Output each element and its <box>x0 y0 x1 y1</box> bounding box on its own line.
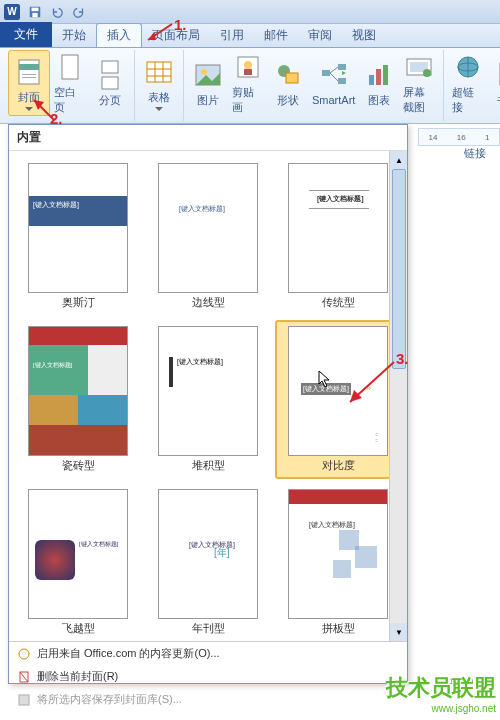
ribbon-group-links: 超链接 书签 <box>444 50 500 121</box>
svg-rect-9 <box>102 77 118 89</box>
svg-rect-22 <box>322 70 330 76</box>
svg-rect-1 <box>32 7 39 11</box>
gallery-section-header: 内置 <box>9 125 407 151</box>
screenshot-label: 屏幕截图 <box>403 85 435 115</box>
gallery-item-tile[interactable]: [键入文档标题] 瓷砖型 <box>15 320 141 479</box>
gallery-item-austin[interactable]: [键入文档标题] 奥斯汀 <box>15 157 141 316</box>
watermark: 技术员联盟 www.jsgho.net <box>386 673 496 714</box>
svg-rect-25 <box>369 75 374 85</box>
bookmark-icon <box>492 59 500 91</box>
gallery-item-label: 对比度 <box>322 458 355 473</box>
svg-rect-5 <box>22 74 36 75</box>
save-icon[interactable] <box>26 3 44 21</box>
svg-rect-8 <box>102 61 118 73</box>
clipart-label: 剪贴画 <box>232 85 264 115</box>
menu-save-to-gallery[interactable]: 将所选内容保存到封面库(S)... <box>9 688 407 711</box>
word-app-icon: W <box>4 4 20 20</box>
thumb-placeholder: [键入文档标题] <box>177 357 223 367</box>
ruler-mark: 1 <box>485 133 489 142</box>
table-label: 表格 <box>148 90 170 105</box>
svg-point-18 <box>244 61 252 69</box>
table-button[interactable]: 表格 <box>139 50 179 116</box>
mouse-cursor-icon <box>318 370 332 388</box>
ruler: 14 16 1 <box>418 128 500 146</box>
shapes-label: 形状 <box>277 93 299 108</box>
tab-insert[interactable]: 插入 <box>96 23 142 47</box>
menu-label: 将所选内容保存到封面库(S)... <box>37 692 182 707</box>
gallery-item-label: 堆积型 <box>192 458 225 473</box>
tab-home[interactable]: 开始 <box>52 24 96 47</box>
undo-icon[interactable] <box>48 3 66 21</box>
gallery-item-fly[interactable]: [键入文档标题] 飞越型 <box>15 483 141 641</box>
menu-office-updates[interactable]: 启用来自 Office.com 的内容更新(O)... <box>9 642 407 665</box>
ribbon-group-tables: 表格 <box>135 50 184 121</box>
svg-rect-10 <box>147 62 171 82</box>
chart-button[interactable]: 图表 <box>359 50 399 116</box>
chevron-down-icon <box>155 107 163 111</box>
thumb-placeholder: [键入文档标题] <box>179 204 225 214</box>
tab-view[interactable]: 视图 <box>342 24 386 47</box>
arrow-3-icon <box>344 358 398 408</box>
table-icon <box>143 56 175 88</box>
title-bar: W <box>0 0 500 24</box>
picture-icon <box>192 59 224 91</box>
smartart-icon <box>318 60 350 92</box>
smartart-label: SmartArt <box>312 94 355 106</box>
gallery-item-label: 年刊型 <box>192 621 225 636</box>
thumb-placeholder: [键入文档标题] <box>309 520 355 530</box>
screenshot-icon <box>403 51 435 83</box>
menu-remove-cover[interactable]: 删除当前封面(R) <box>9 665 407 688</box>
gallery-item-label: 瓷砖型 <box>62 458 95 473</box>
svg-rect-38 <box>19 695 29 705</box>
callout-3: 3. <box>396 350 409 367</box>
clipart-icon <box>232 51 264 83</box>
gallery-item-traditional[interactable]: [键入文档标题] 传统型 <box>275 157 401 316</box>
redo-icon[interactable] <box>70 3 88 21</box>
scroll-up-icon[interactable]: ▲ <box>390 151 407 169</box>
smartart-button[interactable]: SmartArt <box>308 50 359 116</box>
shapes-button[interactable]: 形状 <box>268 50 308 116</box>
gallery-item-label: 奥斯汀 <box>62 295 95 310</box>
svg-rect-6 <box>22 77 36 78</box>
ribbon: 封面 空白页 分页 表格 图片 剪贴画 形状 SmartArt 图表 <box>0 48 500 124</box>
thumb-placeholder: [键入文档标题] <box>79 540 118 549</box>
tab-mailings[interactable]: 邮件 <box>254 24 298 47</box>
tab-file[interactable]: 文件 <box>0 22 52 47</box>
gallery-item-puzzle[interactable]: [键入文档标题] 拼板型 <box>275 483 401 641</box>
svg-rect-2 <box>32 12 37 16</box>
links-group-label: 链接 <box>464 146 486 161</box>
svg-point-35 <box>19 649 29 659</box>
hyperlink-button[interactable]: 超链接 <box>448 50 488 116</box>
callout-1: 1. <box>174 16 187 33</box>
ribbon-group-illustrations: 图片 剪贴画 形状 SmartArt 图表 屏幕截图 <box>184 50 444 121</box>
menu-label: 启用来自 Office.com 的内容更新(O)... <box>37 646 220 661</box>
scrollbar-thumb[interactable] <box>392 169 406 369</box>
delete-icon <box>17 670 31 684</box>
clipart-button[interactable]: 剪贴画 <box>228 50 268 116</box>
thumb-placeholder: [键入文档标题] <box>33 200 79 210</box>
svg-rect-3 <box>19 60 39 84</box>
tab-references[interactable]: 引用 <box>210 24 254 47</box>
gallery-item-border[interactable]: [键入文档标题] 边线型 <box>145 157 271 316</box>
scroll-down-icon[interactable]: ▼ <box>390 623 407 641</box>
page-break-label: 分页 <box>99 93 121 108</box>
chart-label: 图表 <box>368 93 390 108</box>
blank-page-icon <box>54 51 86 83</box>
svg-point-30 <box>423 69 431 77</box>
arrow-1-icon <box>144 22 174 46</box>
quick-access-toolbar <box>26 3 88 21</box>
page-break-icon <box>94 59 126 91</box>
gallery-item-year[interactable]: [键入文档标题][年] 年刊型 <box>145 483 271 641</box>
screenshot-button[interactable]: 屏幕截图 <box>399 50 439 116</box>
save-selection-icon <box>17 693 31 707</box>
dots-decoration: :::::: <box>375 431 377 443</box>
gallery-item-stack[interactable]: [键入文档标题] 堆积型 <box>145 320 271 479</box>
picture-button[interactable]: 图片 <box>188 50 228 116</box>
page-break-button[interactable]: 分页 <box>90 50 130 116</box>
tab-review[interactable]: 审阅 <box>298 24 342 47</box>
svg-rect-27 <box>383 65 388 85</box>
gallery-item-label: 飞越型 <box>62 621 95 636</box>
bookmark-button[interactable]: 书签 <box>488 50 500 116</box>
globe-icon <box>17 647 31 661</box>
thumb-placeholder: [键入文档标题] <box>33 361 72 370</box>
